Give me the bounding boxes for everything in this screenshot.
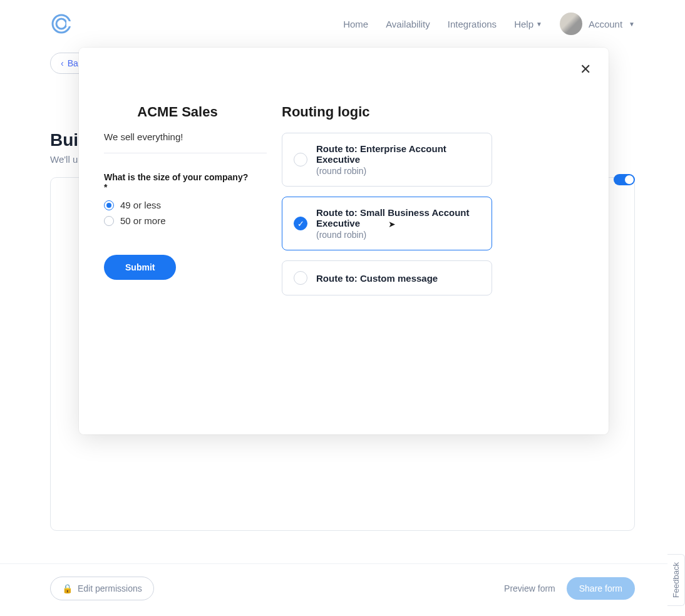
svg-rect-2 <box>66 21 73 26</box>
radio-icon <box>104 216 114 226</box>
app-header: Home Availability Integrations Help ▼ Ac… <box>0 0 685 48</box>
routing-modal: ✕ ACME Sales We sell everything! What is… <box>79 48 609 434</box>
share-form-button[interactable]: Share form <box>567 577 635 600</box>
radio-option-49-or-less[interactable]: 49 or less <box>104 200 251 210</box>
logo <box>50 13 73 35</box>
nav-availability[interactable]: Availability <box>386 19 430 29</box>
chevron-down-icon: ▼ <box>536 21 542 28</box>
edit-permissions-button[interactable]: 🔒 Edit permissions <box>50 577 154 600</box>
footer-right: Preview form Share form <box>504 577 635 600</box>
route-text: Route to: Enterprise Account Executive (… <box>316 143 480 176</box>
divider <box>104 153 267 153</box>
toggle-switch[interactable] <box>614 174 635 185</box>
nav-account-label: Account <box>589 19 622 29</box>
route-sublabel: (round robin) <box>316 166 480 176</box>
nav-home[interactable]: Home <box>343 19 368 29</box>
preview-form-button[interactable]: Preview form <box>504 583 555 593</box>
radio-option-50-or-more[interactable]: 50 or more <box>104 215 251 226</box>
radio-icon <box>294 271 307 285</box>
route-label: Route to: Custom message <box>316 273 438 284</box>
route-text: Route to: Small Business Account Executi… <box>316 207 480 240</box>
form-title: ACME Sales <box>104 104 251 120</box>
radio-label: 49 or less <box>120 200 161 210</box>
radio-icon <box>294 153 307 167</box>
route-label: Route to: Small Business Account Executi… <box>316 207 480 228</box>
footer: 🔒 Edit permissions Preview form Share fo… <box>0 563 685 600</box>
chevron-down-icon: ▼ <box>629 21 635 28</box>
feedback-tab[interactable]: Feedback <box>667 554 685 606</box>
back-label: Ba <box>68 58 78 68</box>
radio-label: 50 or more <box>120 215 166 226</box>
routing-title: Routing logic <box>282 104 584 120</box>
route-text: Route to: Custom message <box>316 273 438 284</box>
svg-point-1 <box>56 19 66 29</box>
route-option-enterprise[interactable]: Route to: Enterprise Account Executive (… <box>282 133 492 187</box>
close-icon: ✕ <box>580 61 591 77</box>
close-button[interactable]: ✕ <box>580 61 591 78</box>
radio-icon <box>104 200 114 210</box>
submit-button[interactable]: Submit <box>104 255 176 280</box>
modal-right-panel: Routing logic Route to: Enterprise Accou… <box>267 48 609 434</box>
route-option-custom-message[interactable]: Route to: Custom message <box>282 260 492 295</box>
route-option-small-business[interactable]: ✓ Route to: Small Business Account Execu… <box>282 197 492 250</box>
question-label: What is the size of your company? * <box>104 172 251 192</box>
nav-help[interactable]: Help ▼ <box>514 19 542 29</box>
modal-left-panel: ACME Sales We sell everything! What is t… <box>79 48 267 434</box>
route-label: Route to: Enterprise Account Executive <box>316 143 480 165</box>
route-sublabel: (round robin) <box>316 230 480 240</box>
edit-permissions-label: Edit permissions <box>78 583 142 593</box>
nav-help-label: Help <box>514 19 533 29</box>
main-nav: Home Availability Integrations Help ▼ Ac… <box>343 13 635 35</box>
nav-integrations[interactable]: Integrations <box>448 19 497 29</box>
account-group[interactable]: Account ▼ <box>560 13 635 35</box>
form-subtitle: We sell everything! <box>104 131 251 142</box>
lock-icon: 🔒 <box>62 583 73 593</box>
check-icon: ✓ <box>294 217 307 230</box>
chevron-left-icon: ‹ <box>61 58 64 68</box>
avatar <box>560 13 582 35</box>
